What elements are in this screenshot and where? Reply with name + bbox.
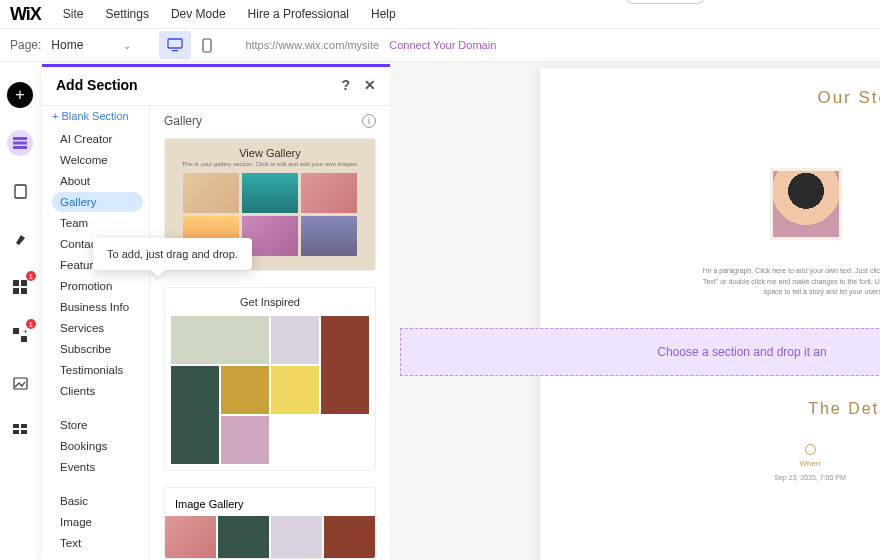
svg-rect-16 <box>21 424 27 428</box>
thumb <box>221 416 269 464</box>
menu-settings[interactable]: Settings <box>106 7 149 21</box>
mobile-view-button[interactable] <box>191 31 223 59</box>
clock-icon <box>805 444 816 455</box>
app-market-badge: 1 <box>26 319 36 329</box>
wix-logo[interactable]: WiX <box>10 4 41 25</box>
chevron-down-icon: ⌄ <box>123 40 131 51</box>
svg-rect-5 <box>13 146 27 149</box>
page-dropdown[interactable]: Home ⌄ <box>51 38 131 52</box>
cat-store[interactable]: Store <box>52 415 143 435</box>
cat-basic[interactable]: Basic <box>52 491 143 511</box>
template-title: Get Inspired <box>165 288 375 310</box>
thumb <box>301 173 357 213</box>
design-button[interactable] <box>7 226 33 252</box>
svg-rect-4 <box>13 142 27 145</box>
site-page[interactable]: Our Sto I'm a paragraph. Click here to a… <box>540 68 880 560</box>
heading-our-story[interactable]: Our Sto <box>560 88 880 108</box>
when-block[interactable]: When Sep 23, 2035, 7:00 PM <box>720 444 880 481</box>
grid-icon <box>13 424 27 438</box>
thumb <box>301 216 357 256</box>
paragraph-text[interactable]: I'm a paragraph. Click here to add your … <box>560 260 880 298</box>
template-preview-list[interactable]: Gallery i View Gallery This is your gall… <box>150 106 390 560</box>
apps-badge: 1 <box>26 271 36 281</box>
svg-rect-15 <box>13 424 19 428</box>
menu-site[interactable]: Site <box>63 7 84 21</box>
menu-hire[interactable]: Hire a Professional <box>248 7 349 21</box>
panel-header: Add Section ? ✕ <box>42 64 390 106</box>
svg-rect-2 <box>203 39 211 52</box>
sections-icon <box>13 137 27 149</box>
desktop-view-button[interactable] <box>159 31 191 59</box>
thumb <box>171 316 269 364</box>
avatar-image[interactable] <box>770 168 842 240</box>
cat-clients[interactable]: Clients <box>52 381 143 401</box>
left-rail: + 1 + 1 <box>0 62 40 560</box>
thumb <box>165 516 216 558</box>
thumb <box>324 516 375 558</box>
cat-text[interactable]: Text <box>52 533 143 553</box>
cat-about[interactable]: About <box>52 171 143 191</box>
cat-events[interactable]: Events <box>52 457 143 477</box>
desktop-icon <box>167 38 183 52</box>
page-label: Page: <box>10 38 41 52</box>
cat-ai-creator[interactable]: AI Creator <box>52 129 143 149</box>
category-list[interactable]: + Blank Section AI Creator Welcome About… <box>42 106 150 560</box>
device-toggle <box>159 31 223 59</box>
pages-button[interactable] <box>7 178 33 204</box>
editor-canvas[interactable]: Our Sto I'm a paragraph. Click here to a… <box>390 62 880 560</box>
image-icon <box>13 377 28 390</box>
app-market-button[interactable]: + 1 <box>7 322 33 348</box>
svg-rect-18 <box>21 430 27 434</box>
page-toolbar: Page: Home ⌄ https://www.wix.com/mysite … <box>0 28 880 62</box>
svg-rect-7 <box>13 280 19 286</box>
cat-welcome[interactable]: Welcome <box>52 150 143 170</box>
cat-gallery[interactable]: Gallery <box>52 192 143 212</box>
svg-text:+: + <box>23 328 27 336</box>
section-dropzone[interactable]: Choose a section and drop it an <box>400 328 880 376</box>
thumb <box>183 173 239 213</box>
svg-rect-10 <box>21 288 27 294</box>
menu-help[interactable]: Help <box>371 7 396 21</box>
cat-image[interactable]: Image <box>52 512 143 532</box>
thumb <box>271 316 319 364</box>
template-get-inspired[interactable]: Get Inspired <box>164 287 376 471</box>
svg-rect-3 <box>13 137 27 140</box>
apps-button[interactable]: 1 <box>7 274 33 300</box>
cat-services[interactable]: Services <box>52 318 143 338</box>
panel-title: Add Section <box>56 77 138 93</box>
template-image-gallery[interactable]: Image Gallery <box>164 487 376 559</box>
svg-rect-8 <box>21 280 27 286</box>
heading-details[interactable]: The Deta <box>560 400 880 418</box>
thumb <box>221 366 269 414</box>
cat-testimonials[interactable]: Testimonials <box>52 360 143 380</box>
blank-section-item[interactable]: + Blank Section <box>52 108 143 128</box>
media-button[interactable] <box>7 370 33 396</box>
content-button[interactable] <box>7 418 33 444</box>
cat-business-info[interactable]: Business Info <box>52 297 143 317</box>
cat-subscribe[interactable]: Subscribe <box>52 339 143 359</box>
svg-rect-12 <box>21 336 27 342</box>
collapse-handle[interactable]: ⌃ <box>625 0 705 4</box>
url-bar: https://www.wix.com/mysite Connect Your … <box>245 39 870 51</box>
menu-devmode[interactable]: Dev Mode <box>171 7 226 21</box>
thumb <box>321 316 369 414</box>
thumb <box>171 366 219 464</box>
svg-rect-0 <box>168 39 182 48</box>
cat-team[interactable]: Team <box>52 213 143 233</box>
close-icon[interactable]: ✕ <box>364 77 376 93</box>
connect-domain-link[interactable]: Connect Your Domain <box>389 39 496 51</box>
page-icon <box>14 184 27 199</box>
svg-rect-17 <box>13 430 19 434</box>
app-market-icon: + <box>13 328 27 342</box>
add-button[interactable]: + <box>7 82 33 108</box>
page-name: Home <box>51 38 83 52</box>
preview-heading: Gallery <box>164 114 202 128</box>
cat-bookings[interactable]: Bookings <box>52 436 143 456</box>
help-icon[interactable]: ? <box>341 77 350 93</box>
cat-promotion[interactable]: Promotion <box>52 276 143 296</box>
info-icon[interactable]: i <box>362 114 376 128</box>
apps-icon <box>13 280 27 294</box>
mobile-icon <box>202 38 212 53</box>
sections-button[interactable] <box>7 130 33 156</box>
thumb <box>271 516 322 558</box>
